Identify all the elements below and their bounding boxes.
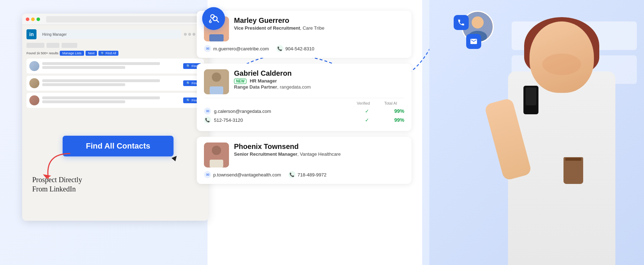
avatar-gabriel [204, 69, 229, 94]
contact-card-marley: Marley Guerrero Vice President of Recrui… [197, 11, 411, 58]
card-header-marley: Marley Guerrero Vice President of Recrui… [204, 16, 404, 41]
nav-btn [47, 43, 59, 48]
manage-lists-btn[interactable]: Manage Lists [60, 51, 84, 56]
find-icon: 🔍 [186, 81, 190, 85]
linkedin-header: in Hiring Manager [26, 29, 204, 39]
li-filters-row: Found 1k 500+ results Manage Lists Next … [26, 51, 204, 56]
browser-dot-red [26, 18, 29, 21]
li-line [42, 96, 160, 99]
verify-table: Verified Total AI ✉ g.calerson@rangedata… [204, 98, 404, 124]
gabriel-title: NEW HR Manager [234, 78, 404, 84]
phone-icon: 📞 [276, 45, 283, 52]
li-result-row: 🔍 Find [26, 59, 204, 74]
svg-rect-12 [209, 34, 224, 41]
verify-header: Verified Total AI [204, 101, 404, 105]
marley-email: ✉ m.guerrero@caretribe.com [204, 45, 269, 52]
nav-btn [62, 43, 77, 48]
linkedin-search-text: Hiring Manager [42, 32, 67, 36]
email-verified-pct: 99% [390, 108, 404, 114]
phoenix-info: Phoenix Townsend Senior Recruitment Mana… [234, 142, 404, 158]
svg-rect-18 [210, 160, 223, 168]
email-icon: ✉ [204, 171, 211, 178]
li-text-lines [42, 79, 180, 87]
total-ai-header: Total AI [384, 101, 397, 105]
contact-card-phoenix: Phoenix Townsend Senior Recruitment Mana… [197, 137, 411, 184]
contact-cards-area: Marley Guerrero Vice President of Recrui… [197, 11, 411, 190]
li-line [42, 100, 125, 103]
phone-verify-row: 📞 512-754-3120 ✓ 99% [204, 116, 404, 124]
new-badge: NEW [234, 79, 247, 84]
marley-info: Marley Guerrero Vice President of Recrui… [234, 16, 404, 31]
browser-titlebar [22, 14, 208, 25]
email-icon: ✉ [204, 108, 211, 115]
avatar-phoenix [204, 142, 229, 168]
linkedin-logo: in [26, 29, 36, 39]
next-btn[interactable]: Next [86, 51, 97, 56]
marley-details: ✉ m.guerrero@caretribe.com 📞 904-542-831… [204, 45, 404, 52]
tagline-text: Prospect Directly From LinkedIn [32, 175, 82, 194]
gabriel-info: Gabriel Calderon NEW HR Manager Range Da… [234, 69, 404, 90]
gabriel-company: Range Data Partner, rangedata.com [234, 84, 404, 90]
result-count-text: Found 1k 500+ results [26, 51, 58, 55]
marley-title: Vice President of Recruitment, Care Trib… [234, 25, 404, 31]
find-all-contacts-label: Find All Contacts [86, 141, 150, 151]
email-icon: ✉ [204, 45, 211, 52]
marley-email-text: m.guerrero@caretribe.com [213, 46, 269, 51]
nav-dot [188, 33, 191, 36]
phone-check-icon: ✓ [365, 117, 369, 123]
linkedin-search-bar: Hiring Manager [39, 30, 181, 39]
nav-dot [184, 33, 187, 36]
phoenix-email-text: p.townsend@vantagehealth.com [213, 172, 281, 178]
marley-name: Marley Guerrero [234, 16, 404, 25]
li-avatar [29, 95, 39, 105]
card-header-phoenix: Phoenix Townsend Senior Recruitment Mana… [204, 142, 404, 168]
verified-header: Verified [357, 101, 370, 105]
marley-phone-text: 904-542-8310 [286, 46, 314, 51]
phoenix-title: Senior Recruitment Manager, Vantage Heal… [234, 151, 404, 157]
svg-point-20 [472, 16, 484, 29]
right-person-section [422, 0, 644, 265]
find-all-contacts-button[interactable]: Find All Contacts [63, 136, 174, 156]
svg-point-14 [212, 72, 221, 82]
email-verify-row: ✉ g.calerson@rangedata.com ✓ 99% [204, 108, 404, 115]
svg-point-4 [210, 21, 211, 23]
linkedin-nav [26, 43, 204, 48]
li-result-row: 🔍 Find [26, 76, 204, 91]
float-email-icon [466, 34, 481, 49]
find-icon: 🔍 [186, 64, 190, 68]
li-text-lines [42, 62, 180, 70]
find-icon: 🔍 [186, 99, 190, 102]
browser-dot-green [36, 18, 40, 21]
svg-point-17 [212, 146, 221, 155]
li-avatar [29, 61, 39, 71]
float-phone-icon [454, 15, 469, 30]
nav-btn [26, 43, 44, 48]
gabriel-phone-text: 512-754-3120 [214, 118, 362, 123]
li-line [42, 66, 125, 69]
search-people-icon-circle [202, 7, 225, 30]
svg-rect-15 [210, 86, 223, 94]
gabriel-name: Gabriel Calderon [234, 69, 404, 78]
phoenix-details: ✉ p.townsend@vantagehealth.com 📞 718-489… [204, 171, 404, 178]
svg-line-2 [216, 20, 219, 22]
phoenix-phone: 📞 718-489-9972 [288, 171, 327, 178]
li-line [42, 79, 160, 82]
phone-icon: 📞 [288, 171, 296, 178]
li-line [42, 83, 125, 86]
li-text-lines [42, 96, 180, 104]
phoenix-name: Phoenix Townsend [234, 142, 404, 151]
email-check-icon: ✓ [365, 108, 369, 114]
card-header-gabriel: Gabriel Calderon NEW HR Manager Range Da… [204, 69, 404, 94]
li-line [42, 62, 160, 65]
tagline-line2: From LinkedIn [32, 184, 82, 194]
coffee-cup [564, 157, 583, 184]
li-avatar [29, 78, 39, 88]
browser-dot-yellow [31, 18, 35, 21]
nav-dot [192, 33, 195, 36]
phoenix-phone-text: 718-489-9972 [298, 172, 327, 178]
find-all-btn-small[interactable]: 🔍 Find All [98, 51, 118, 56]
gabriel-email-text: g.calerson@rangedata.com [214, 109, 362, 114]
marley-phone: 📞 904-542-8310 [276, 45, 314, 52]
phone-verified-pct: 99% [390, 117, 404, 123]
browser-addressbar [46, 16, 200, 22]
